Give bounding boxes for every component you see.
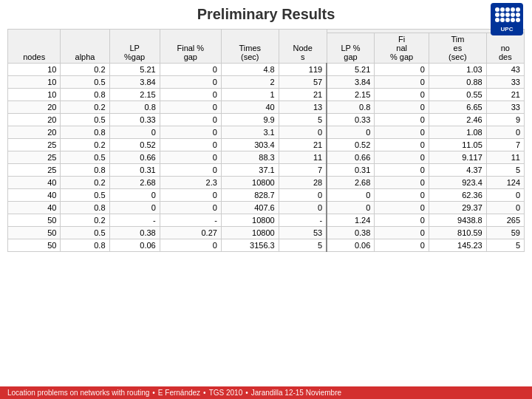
header: Preliminary Results UPC [0, 0, 532, 26]
table-cell: - [160, 214, 221, 227]
table-cell: 0 [375, 239, 429, 252]
table-cell: 0.52 [109, 139, 160, 151]
table-cell: 0.2 [61, 214, 109, 227]
table-cell: 0.5 [61, 76, 109, 89]
table-cell: - [279, 214, 327, 227]
table-row: 100.53.8402573.8400.8833 [8, 76, 525, 89]
table-cell: 0.66 [327, 151, 375, 164]
table-cell: 88.3 [221, 151, 279, 164]
table-cell: 0 [375, 64, 429, 76]
svg-text:UPC: UPC [501, 26, 514, 33]
svg-point-12 [500, 18, 505, 22]
table-cell: 0 [109, 189, 160, 202]
table-cell: 0.52 [327, 139, 375, 151]
table-cell: 0.31 [109, 164, 160, 177]
table-cell: 40 [221, 101, 279, 114]
table-cell: 0.55 [429, 89, 486, 101]
col-header-alpha: alpha [61, 30, 109, 64]
table-row: 500.80.0603156.350.060145.235 [8, 239, 525, 252]
table-cell: 0 [375, 139, 429, 151]
table-cell: 0 [160, 239, 221, 252]
table-cell: 25 [8, 151, 61, 164]
col-header-lp-gap2: LP %gap [327, 33, 375, 64]
table-cell: 0 [160, 89, 221, 101]
col-header-tim-es: Times(sec) [429, 33, 486, 64]
table-cell: 0 [327, 189, 375, 202]
table-cell: 3.84 [327, 76, 375, 89]
table-cell: 119 [279, 64, 327, 76]
table-cell: 0.2 [61, 177, 109, 189]
table-cell: 3156.3 [221, 239, 279, 252]
footer-text: Location problems on networks with routi… [7, 389, 149, 397]
table-row: 400.22.682.310800282.680923.4124 [8, 177, 525, 189]
table-cell: 57 [279, 76, 327, 89]
footer-bullet3: • [245, 389, 248, 397]
table-cell: 11.05 [429, 139, 486, 151]
table-cell: 0 [375, 164, 429, 177]
table-cell: 145.23 [429, 239, 486, 252]
table-cell: 10800 [221, 177, 279, 189]
table-cell: 407.6 [221, 202, 279, 214]
svg-point-10 [516, 13, 520, 17]
col-header-final-gap: Final %gap [160, 30, 221, 64]
table-cell: 3.84 [109, 76, 160, 89]
table-cell: 0.38 [327, 227, 375, 239]
table-cell: - [109, 214, 160, 227]
table-cell: 9 [486, 114, 524, 126]
table-cell: 0.88 [429, 76, 486, 89]
table-cell: 0 [160, 151, 221, 164]
table-cell: 21 [279, 89, 327, 101]
svg-point-9 [511, 13, 515, 17]
table-cell: 0.33 [109, 114, 160, 126]
col-header-times: Times(sec) [221, 30, 279, 64]
table-cell: 5.21 [109, 64, 160, 76]
col-header-nodes: nodes [8, 30, 61, 64]
svg-point-3 [505, 7, 510, 12]
table-cell: 0 [109, 202, 160, 214]
footer-location: Jarandilla 12-15 Noviembre [251, 389, 341, 397]
table-cell: 0 [375, 114, 429, 126]
svg-point-1 [495, 7, 499, 12]
table-cell: 0.5 [61, 189, 109, 202]
table-cell: 2.15 [109, 89, 160, 101]
svg-point-5 [516, 7, 520, 12]
table-row: 200.20.8040130.806.6533 [8, 101, 525, 114]
svg-point-4 [511, 7, 515, 12]
upc-logo: UPC [491, 3, 523, 35]
table-cell: 25 [8, 139, 61, 151]
table-cell: 265 [486, 214, 524, 227]
footer-conf: TGS 2010 [209, 389, 243, 397]
table-cell: 2.68 [327, 177, 375, 189]
table-row: 500.2--10800-1.2409438.8265 [8, 214, 525, 227]
table-cell: 53 [279, 227, 327, 239]
table-cell: 5 [279, 114, 327, 126]
table-cell: 5 [486, 164, 524, 177]
col-header-no-des: nodes [486, 33, 524, 64]
svg-point-7 [500, 13, 505, 17]
table-cell: 0.33 [327, 114, 375, 126]
table-cell: 0 [486, 202, 524, 214]
table-cell: 0.2 [61, 101, 109, 114]
table-cell: 21 [486, 89, 524, 101]
table-cell: 2.46 [429, 114, 486, 126]
table-cell: 20 [8, 101, 61, 114]
table-cell: 1 [221, 89, 279, 101]
table-cell: 1.03 [429, 64, 486, 76]
table-cell: 2.15 [327, 89, 375, 101]
table-cell: 10 [8, 89, 61, 101]
table-row: 250.50.66088.3110.6609.11711 [8, 151, 525, 164]
table-cell: 0 [375, 177, 429, 189]
table-cell: 11 [486, 151, 524, 164]
table-cell: 33 [486, 101, 524, 114]
table-row: 250.20.520303.4210.52011.057 [8, 139, 525, 151]
table-cell: 2.3 [160, 177, 221, 189]
table-cell: 11 [279, 151, 327, 164]
table-cell: 0.06 [327, 239, 375, 252]
table-cell: 0 [160, 202, 221, 214]
table-cell: 0.5 [61, 114, 109, 126]
table-cell: 9.9 [221, 114, 279, 126]
table-cell: 10 [8, 76, 61, 89]
table-cell: 2.68 [109, 177, 160, 189]
svg-point-2 [500, 7, 505, 12]
table-cell: 0 [279, 126, 327, 139]
